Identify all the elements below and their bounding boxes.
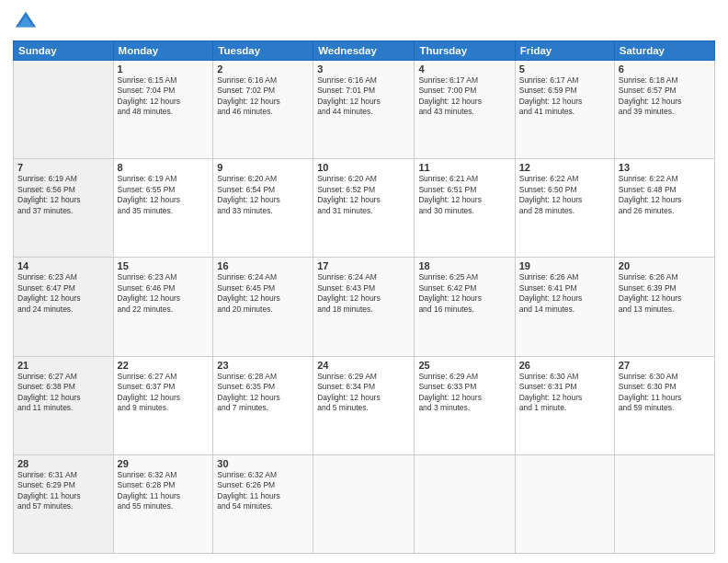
calendar-cell: 27Sunrise: 6:30 AM Sunset: 6:30 PM Dayli… [614, 356, 714, 454]
col-header-saturday: Saturday [614, 41, 714, 61]
calendar-cell: 23Sunrise: 6:28 AM Sunset: 6:35 PM Dayli… [213, 356, 313, 454]
calendar-cell: 17Sunrise: 6:24 AM Sunset: 6:43 PM Dayli… [313, 258, 415, 356]
cell-content: Sunrise: 6:29 AM Sunset: 6:33 PM Dayligh… [418, 372, 510, 414]
page-header [13, 9, 715, 35]
day-number: 28 [17, 458, 109, 469]
cell-content: Sunrise: 6:21 AM Sunset: 6:51 PM Dayligh… [418, 174, 510, 216]
cell-content: Sunrise: 6:26 AM Sunset: 6:39 PM Dayligh… [619, 272, 711, 315]
cell-content: Sunrise: 6:16 AM Sunset: 7:01 PM Dayligh… [317, 75, 410, 118]
calendar-cell: 28Sunrise: 6:31 AM Sunset: 6:29 PM Dayli… [14, 454, 114, 553]
calendar-cell [313, 454, 415, 553]
cell-content: Sunrise: 6:20 AM Sunset: 6:52 PM Dayligh… [317, 174, 410, 216]
calendar-header-row: SundayMondayTuesdayWednesdayThursdayFrid… [14, 41, 715, 61]
calendar-cell: 21Sunrise: 6:27 AM Sunset: 6:38 PM Dayli… [14, 356, 114, 454]
day-number: 26 [519, 360, 610, 371]
calendar-cell: 25Sunrise: 6:29 AM Sunset: 6:33 PM Dayli… [415, 356, 515, 454]
day-number: 12 [519, 162, 610, 173]
calendar-cell: 8Sunrise: 6:19 AM Sunset: 6:55 PM Daylig… [113, 159, 213, 258]
calendar-cell [515, 454, 614, 553]
cell-content: Sunrise: 6:24 AM Sunset: 6:43 PM Dayligh… [317, 272, 410, 315]
cell-content: Sunrise: 6:23 AM Sunset: 6:47 PM Dayligh… [17, 272, 109, 315]
logo [13, 9, 42, 35]
day-number: 2 [217, 63, 309, 75]
calendar-cell: 13Sunrise: 6:22 AM Sunset: 6:48 PM Dayli… [614, 159, 714, 258]
col-header-thursday: Thursday [415, 41, 515, 61]
logo-icon [13, 9, 39, 35]
cell-content: Sunrise: 6:17 AM Sunset: 6:59 PM Dayligh… [519, 75, 610, 118]
calendar-cell: 14Sunrise: 6:23 AM Sunset: 6:47 PM Dayli… [14, 258, 114, 356]
calendar-cell: 22Sunrise: 6:27 AM Sunset: 6:37 PM Dayli… [113, 356, 213, 454]
calendar-cell: 29Sunrise: 6:32 AM Sunset: 6:28 PM Dayli… [113, 454, 213, 553]
col-header-friday: Friday [515, 41, 614, 61]
day-number: 14 [17, 260, 109, 271]
day-number: 25 [418, 360, 510, 371]
cell-content: Sunrise: 6:30 AM Sunset: 6:30 PM Dayligh… [619, 372, 711, 414]
cell-content: Sunrise: 6:28 AM Sunset: 6:35 PM Dayligh… [217, 372, 309, 414]
day-number: 19 [519, 260, 610, 271]
cell-content: Sunrise: 6:31 AM Sunset: 6:29 PM Dayligh… [17, 470, 109, 512]
calendar-cell [614, 454, 714, 553]
calendar-cell: 26Sunrise: 6:30 AM Sunset: 6:31 PM Dayli… [515, 356, 614, 454]
cell-content: Sunrise: 6:32 AM Sunset: 6:26 PM Dayligh… [217, 470, 309, 512]
calendar-table: SundayMondayTuesdayWednesdayThursdayFrid… [13, 40, 715, 554]
day-number: 7 [17, 162, 109, 173]
cell-content: Sunrise: 6:29 AM Sunset: 6:34 PM Dayligh… [317, 372, 410, 414]
day-number: 9 [217, 162, 309, 173]
cell-content: Sunrise: 6:15 AM Sunset: 7:04 PM Dayligh… [118, 75, 210, 118]
col-header-tuesday: Tuesday [213, 41, 313, 61]
cell-content: Sunrise: 6:24 AM Sunset: 6:45 PM Dayligh… [217, 272, 309, 315]
cell-content: Sunrise: 6:19 AM Sunset: 6:56 PM Dayligh… [17, 174, 109, 216]
day-number: 5 [519, 63, 610, 75]
calendar-cell: 20Sunrise: 6:26 AM Sunset: 6:39 PM Dayli… [614, 258, 714, 356]
calendar-cell [415, 454, 515, 553]
calendar-cell: 10Sunrise: 6:20 AM Sunset: 6:52 PM Dayli… [313, 159, 415, 258]
calendar-cell: 7Sunrise: 6:19 AM Sunset: 6:56 PM Daylig… [14, 159, 114, 258]
calendar-cell: 2Sunrise: 6:16 AM Sunset: 7:02 PM Daylig… [213, 61, 313, 159]
day-number: 30 [217, 458, 309, 469]
col-header-wednesday: Wednesday [313, 41, 415, 61]
day-number: 23 [217, 360, 309, 371]
day-number: 16 [217, 260, 309, 271]
week-row-1: 1Sunrise: 6:15 AM Sunset: 7:04 PM Daylig… [14, 61, 715, 159]
week-row-2: 7Sunrise: 6:19 AM Sunset: 6:56 PM Daylig… [14, 159, 715, 258]
cell-content: Sunrise: 6:20 AM Sunset: 6:54 PM Dayligh… [217, 174, 309, 216]
day-number: 13 [619, 162, 711, 173]
calendar-cell: 9Sunrise: 6:20 AM Sunset: 6:54 PM Daylig… [213, 159, 313, 258]
day-number: 15 [118, 260, 210, 271]
cell-content: Sunrise: 6:22 AM Sunset: 6:48 PM Dayligh… [619, 174, 711, 216]
calendar-cell: 11Sunrise: 6:21 AM Sunset: 6:51 PM Dayli… [415, 159, 515, 258]
day-number: 24 [317, 360, 410, 371]
cell-content: Sunrise: 6:25 AM Sunset: 6:42 PM Dayligh… [418, 272, 510, 315]
calendar-cell: 15Sunrise: 6:23 AM Sunset: 6:46 PM Dayli… [113, 258, 213, 356]
calendar-cell [14, 61, 114, 159]
day-number: 29 [118, 458, 210, 469]
cell-content: Sunrise: 6:23 AM Sunset: 6:46 PM Dayligh… [118, 272, 210, 315]
day-number: 10 [317, 162, 410, 173]
calendar-cell: 5Sunrise: 6:17 AM Sunset: 6:59 PM Daylig… [515, 61, 614, 159]
calendar-cell: 6Sunrise: 6:18 AM Sunset: 6:57 PM Daylig… [614, 61, 714, 159]
cell-content: Sunrise: 6:22 AM Sunset: 6:50 PM Dayligh… [519, 174, 610, 216]
calendar-cell: 30Sunrise: 6:32 AM Sunset: 6:26 PM Dayli… [213, 454, 313, 553]
day-number: 6 [619, 63, 711, 75]
week-row-4: 21Sunrise: 6:27 AM Sunset: 6:38 PM Dayli… [14, 356, 715, 454]
calendar-cell: 12Sunrise: 6:22 AM Sunset: 6:50 PM Dayli… [515, 159, 614, 258]
day-number: 4 [418, 63, 510, 75]
cell-content: Sunrise: 6:27 AM Sunset: 6:38 PM Dayligh… [17, 372, 109, 414]
day-number: 18 [418, 260, 510, 271]
week-row-3: 14Sunrise: 6:23 AM Sunset: 6:47 PM Dayli… [14, 258, 715, 356]
calendar-cell: 1Sunrise: 6:15 AM Sunset: 7:04 PM Daylig… [113, 61, 213, 159]
calendar-cell: 3Sunrise: 6:16 AM Sunset: 7:01 PM Daylig… [313, 61, 415, 159]
day-number: 20 [619, 260, 711, 271]
day-number: 22 [118, 360, 210, 371]
cell-content: Sunrise: 6:30 AM Sunset: 6:31 PM Dayligh… [519, 372, 610, 414]
day-number: 3 [317, 63, 410, 75]
cell-content: Sunrise: 6:16 AM Sunset: 7:02 PM Dayligh… [217, 75, 309, 118]
week-row-5: 28Sunrise: 6:31 AM Sunset: 6:29 PM Dayli… [14, 454, 715, 553]
calendar-cell: 19Sunrise: 6:26 AM Sunset: 6:41 PM Dayli… [515, 258, 614, 356]
calendar-cell: 4Sunrise: 6:17 AM Sunset: 7:00 PM Daylig… [415, 61, 515, 159]
calendar-cell: 16Sunrise: 6:24 AM Sunset: 6:45 PM Dayli… [213, 258, 313, 356]
day-number: 8 [118, 162, 210, 173]
col-header-sunday: Sunday [14, 41, 114, 61]
day-number: 21 [17, 360, 109, 371]
calendar-cell: 18Sunrise: 6:25 AM Sunset: 6:42 PM Dayli… [415, 258, 515, 356]
